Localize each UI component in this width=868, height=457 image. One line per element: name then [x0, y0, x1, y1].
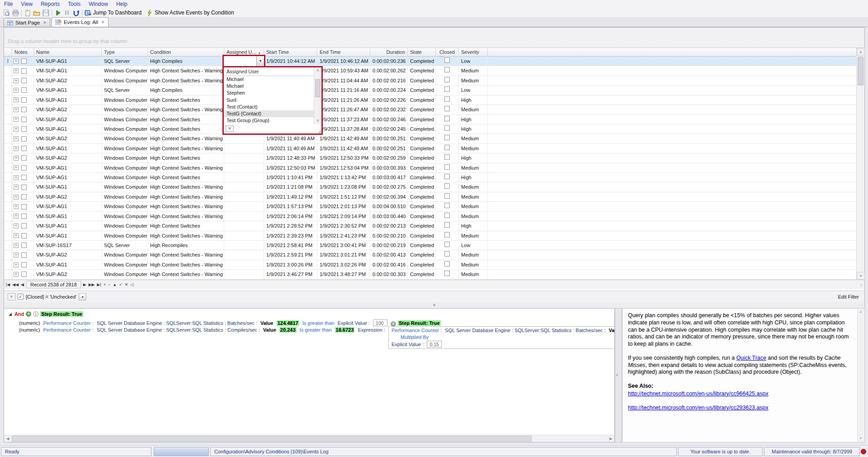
end-time-cell[interactable]: 1/9/2021 11:26:47 AM: [317, 105, 370, 114]
start-time-cell[interactable]: 1/9/2021 10:44:12 AM: [264, 57, 317, 66]
severity-cell[interactable]: High: [459, 221, 488, 231]
column-header-closed[interactable]: Closed: [436, 48, 459, 57]
tab-close-icon[interactable]: ✕: [101, 20, 105, 24]
type-cell[interactable]: SQL Server: [102, 86, 148, 95]
severity-cell[interactable]: High: [459, 95, 488, 105]
condition-cell[interactable]: High Compiles: [148, 86, 224, 95]
expand-icon[interactable]: +: [14, 97, 19, 102]
dropdown-close-button[interactable]: ✕: [226, 125, 234, 132]
closed-checkbox[interactable]: [444, 106, 450, 111]
condition-horizontal-scrollbar[interactable]: ◀ ▶: [4, 435, 614, 442]
nav-ok-button[interactable]: ✓: [119, 282, 123, 287]
expand-icon[interactable]: +: [14, 59, 19, 64]
end-time-cell[interactable]: 1/9/2021 11:42:49 AM: [317, 134, 370, 143]
event-row[interactable]: + VM-SUP-AG1 Windows Computer High Conte…: [4, 95, 864, 105]
end-time-cell[interactable]: 1/9/2021 3:02:26 PM: [317, 260, 370, 270]
condition-cell[interactable]: High Context Switches: [148, 153, 224, 163]
duration-cell[interactable]: 0.00:03:00.417: [370, 173, 408, 182]
expand-icon[interactable]: +: [14, 165, 19, 170]
condition-cell[interactable]: High Context Switches - Warning: [148, 182, 224, 192]
closed-checkbox[interactable]: [444, 96, 450, 102]
condition-cell[interactable]: High Context Switches - Warning: [148, 260, 224, 270]
scrollbar-thumb[interactable]: [315, 79, 321, 97]
state-cell[interactable]: Completed: [408, 86, 436, 95]
name-cell[interactable]: VM-SUP-AG1: [34, 66, 102, 76]
duration-cell[interactable]: 0.00:02:00.275: [370, 182, 408, 192]
state-cell[interactable]: Completed: [408, 66, 436, 76]
state-cell[interactable]: Completed: [408, 76, 436, 86]
editor-dropdown-icon[interactable]: ▼: [256, 56, 264, 66]
column-header-end-time[interactable]: End Time: [317, 48, 370, 57]
event-row[interactable]: + VM-SUP-AG2 Windows Computer High Conte…: [4, 76, 864, 86]
type-cell[interactable]: Windows Computer: [102, 202, 148, 211]
severity-cell[interactable]: Low: [459, 86, 488, 95]
column-header-name[interactable]: Name: [34, 48, 102, 57]
severity-cell[interactable]: High: [459, 124, 488, 134]
notes-checkbox[interactable]: [21, 146, 27, 151]
duration-cell[interactable]: 0.00:03:00.393: [370, 163, 408, 173]
name-cell[interactable]: VM-SUP-AG1: [34, 231, 102, 241]
new-document-icon[interactable]: [23, 9, 32, 17]
state-cell[interactable]: Completed: [408, 95, 436, 105]
event-row[interactable]: + VM-SUP-AG2 Windows Computer High Conte…: [4, 270, 864, 279]
end-time-cell[interactable]: 1/9/2021 1:23:08 PM: [317, 182, 370, 192]
state-cell[interactable]: Completed: [408, 270, 436, 279]
event-row[interactable]: + VM-SUP-AG1 Windows Computer High Conte…: [4, 144, 864, 153]
notes-checkbox[interactable]: [21, 262, 27, 267]
type-cell[interactable]: Windows Computer: [102, 163, 148, 173]
state-cell[interactable]: Completed: [408, 163, 436, 173]
nav-cancel-button[interactable]: ✕: [125, 282, 128, 287]
duration-cell[interactable]: 0.00:02:00.245: [370, 124, 408, 134]
expand-icon[interactable]: +: [14, 136, 19, 141]
condition-cell[interactable]: High Context Switches: [148, 124, 224, 134]
assigned-user-cell[interactable]: [224, 182, 264, 192]
closed-checkbox[interactable]: [444, 261, 450, 267]
filter-enabled-checkbox[interactable]: ✓: [18, 294, 24, 300]
column-header-type[interactable]: Type: [102, 48, 148, 57]
name-cell[interactable]: VM-SUP-AG1: [34, 144, 102, 153]
notes-checkbox[interactable]: [21, 117, 27, 122]
scroll-up-icon[interactable]: ▲: [858, 310, 864, 314]
event-row[interactable]: + VM-SUP-AG2 Windows Computer High Conte…: [4, 134, 864, 143]
state-cell[interactable]: Completed: [408, 231, 436, 241]
type-cell[interactable]: Windows Computer: [102, 270, 148, 279]
start-time-cell[interactable]: 1/9/2021 12:50:03 PM: [264, 163, 317, 173]
expand-icon[interactable]: +: [14, 175, 19, 180]
state-cell[interactable]: Completed: [408, 221, 436, 231]
duration-cell[interactable]: 0.00:02:00.210: [370, 231, 408, 241]
expand-icon[interactable]: +: [14, 156, 19, 161]
nav-prev-page-button[interactable]: ◀◀: [12, 282, 19, 287]
scrollbar-thumb[interactable]: [858, 57, 863, 86]
closed-checkbox[interactable]: [444, 57, 450, 63]
end-time-cell[interactable]: 1/9/2021 3:48:27 PM: [317, 270, 370, 279]
jump-to-dashboard-icon[interactable]: [84, 9, 93, 17]
end-time-cell[interactable]: 1/9/2021 10:59:43 AM: [317, 66, 370, 76]
closed-checkbox[interactable]: [444, 203, 450, 208]
condition-cell[interactable]: High Context Switches - Warning: [148, 144, 224, 153]
duration-cell[interactable]: 0.00:02:00.232: [370, 105, 408, 114]
condition-cell[interactable]: High Context Switches - Warning: [148, 212, 224, 221]
closed-checkbox[interactable]: [444, 116, 450, 121]
name-cell[interactable]: VM-SUP-AG2: [34, 270, 102, 279]
expand-icon[interactable]: +: [14, 262, 19, 267]
closed-checkbox[interactable]: [444, 271, 450, 276]
filter-expression[interactable]: [Closed] = 'Unchecked': [26, 294, 76, 300]
scrollbar-thumb[interactable]: [12, 436, 532, 442]
state-cell[interactable]: Completed: [408, 241, 436, 250]
event-row[interactable]: + VM-SUP-AG2 Windows Computer High Conte…: [4, 250, 864, 260]
event-row[interactable]: + VM-SUP-AG1 Windows Computer High Conte…: [4, 182, 864, 192]
state-cell[interactable]: Completed: [408, 173, 436, 182]
closed-checkbox[interactable]: [444, 77, 450, 82]
type-cell[interactable]: Windows Computer: [102, 250, 148, 260]
notes-checkbox[interactable]: [21, 58, 27, 64]
assigned-user-cell[interactable]: [224, 173, 264, 182]
end-time-cell[interactable]: 1/9/2021 12:50:33 PM: [317, 153, 370, 163]
type-cell[interactable]: Windows Computer: [102, 221, 148, 231]
assigned-user-cell[interactable]: [224, 221, 264, 231]
dropdown-item[interactable]: Michael: [224, 83, 314, 90]
event-row[interactable]: + VM-SUP-AG1 SQL Server High Compiles 1/…: [4, 86, 864, 95]
end-time-cell[interactable]: 1/9/2021 12:53:04 PM: [317, 163, 370, 173]
filter-close-button[interactable]: ✕: [8, 293, 15, 300]
start-time-cell[interactable]: 1/9/2021 3:46:27 PM: [264, 270, 317, 279]
nav-last-button[interactable]: ▶|: [97, 282, 101, 287]
